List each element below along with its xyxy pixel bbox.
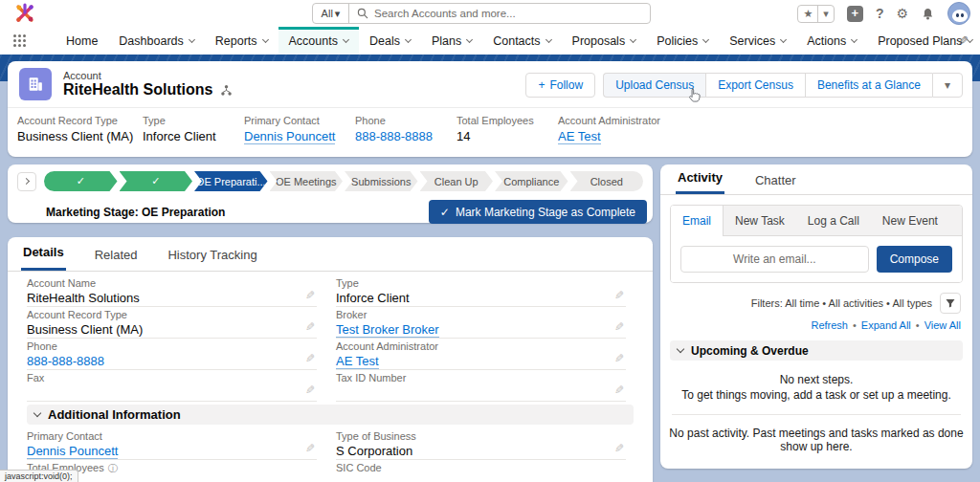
mark-stage-complete-button[interactable]: ✓ Mark Marketing Stage as Complete [429, 200, 647, 224]
nav-tab-home[interactable]: Home [56, 27, 108, 55]
tab-history-tracking[interactable]: History Tracking [166, 239, 258, 271]
help-icon[interactable]: ? [876, 6, 884, 21]
global-actions-icon[interactable]: + [847, 6, 863, 22]
field-value: Business Client (MA) [17, 129, 133, 143]
dropdown-arrow-icon: ▾ [945, 78, 950, 92]
search-scope-dropdown[interactable]: All ▾ [313, 4, 349, 23]
tab-activity[interactable]: Activity [676, 164, 724, 194]
user-avatar[interactable] [947, 2, 970, 25]
record-header-card: Account RiteHealth Solutions + Follow [8, 61, 972, 157]
stage-label: OE Preparati... [196, 176, 266, 187]
notifications-bell-icon[interactable] [921, 7, 935, 21]
primary-contact-link[interactable]: Dennis Pouncett [27, 444, 118, 459]
section-additional-information[interactable]: Additional Information [27, 405, 634, 425]
path-stage-complete-2[interactable]: ✓ [120, 171, 193, 191]
expand-all-link[interactable]: Expand All [861, 319, 911, 331]
tab-log-a-call[interactable]: Log a Call [796, 206, 871, 235]
nav-tab-contacts[interactable]: Contacts [482, 27, 561, 55]
phone-link[interactable]: 888-888-8888 [355, 129, 433, 143]
edit-pencil-icon[interactable]: ✎ [614, 442, 624, 455]
app-nav-bar: Agency Managem... Home Dashboards Report… [0, 27, 980, 55]
email-input[interactable] [680, 246, 869, 273]
favorites-dropdown-icon[interactable]: ▾ [818, 6, 834, 22]
field-account-administrator: Account Administrator AE Test ✎ [336, 339, 626, 370]
nav-tab-proposals[interactable]: Proposals [562, 27, 647, 55]
field-label: Account Record Type [27, 309, 317, 320]
edit-pencil-icon[interactable]: ✎ [305, 442, 315, 455]
chevron-down-icon [630, 35, 636, 42]
field-label: Phone [27, 340, 317, 352]
path-stage-submissions[interactable]: Submissions [345, 171, 418, 191]
edit-pencil-icon[interactable]: ✎ [614, 289, 624, 302]
edit-pencil-icon[interactable]: ✎ [305, 383, 315, 397]
setup-gear-icon[interactable]: ⚙ [896, 6, 908, 21]
account-administrator-link[interactable]: AE Test [558, 129, 601, 144]
section-title: Upcoming & Overdue [691, 344, 809, 358]
section-title: Additional Information [48, 407, 181, 422]
tab-related[interactable]: Related [93, 239, 140, 271]
separator-dot: • [853, 319, 857, 331]
nav-tab-policies[interactable]: Policies [646, 27, 719, 55]
nav-tab-label: Policies [657, 34, 698, 48]
filter-funnel-icon [945, 297, 956, 309]
compose-button[interactable]: Compose [877, 246, 952, 273]
path-stage-compliance[interactable]: Compliance [495, 171, 568, 191]
benefits-at-a-glance-button[interactable]: Benefits at a Glance [805, 73, 932, 98]
more-actions-dropdown-button[interactable]: ▾ [932, 73, 963, 98]
highlight-account-administrator: Account Administrator AE Test [558, 115, 670, 143]
upload-census-button[interactable]: Upload Census [603, 73, 705, 98]
phone-link[interactable]: 888-888-8888 [27, 354, 104, 368]
tab-new-task[interactable]: New Task [724, 206, 796, 235]
edit-pencil-icon[interactable]: ✎ [305, 289, 315, 302]
nav-tab-label: Services [729, 34, 775, 48]
nav-tab-actions[interactable]: Actions [796, 27, 867, 55]
section-upcoming-overdue[interactable]: Upcoming & Overdue [670, 340, 963, 361]
account-administrator-link[interactable]: AE Test [336, 354, 379, 369]
broker-link[interactable]: Test Broker Broker [336, 322, 439, 338]
path-stage-closed[interactable]: Closed [570, 171, 644, 191]
tab-chatter[interactable]: Chatter [753, 166, 798, 194]
path-expand-button[interactable] [17, 172, 36, 191]
path-stage-complete-1[interactable]: ✓ [44, 171, 118, 191]
field-value: Business Client (MA) [27, 322, 317, 337]
nav-tab-label: Reports [215, 34, 257, 48]
favorite-star-icon[interactable]: ★ [798, 6, 818, 22]
nav-tab-dashboards[interactable]: Dashboards [108, 27, 204, 55]
chevron-down-icon [546, 35, 552, 42]
tab-email[interactable]: Email [671, 206, 724, 236]
search-input[interactable] [374, 8, 642, 19]
edit-pencil-icon[interactable]: ✎ [614, 352, 624, 365]
path-stage-oe-meetings[interactable]: OE Meetings [270, 171, 344, 191]
tab-details[interactable]: Details [21, 236, 66, 271]
composer-tabs: Email New Task Log a Call New Event [671, 206, 962, 236]
chevron-down-icon [261, 35, 268, 42]
nav-tab-reports[interactable]: Reports [205, 27, 278, 55]
edit-pencil-icon[interactable]: ✎ [305, 320, 315, 334]
view-all-link[interactable]: View All [924, 319, 961, 331]
export-census-button[interactable]: Export Census [705, 73, 805, 98]
primary-contact-link[interactable]: Dennis Pouncett [244, 129, 335, 144]
activity-composer: Email New Task Log a Call New Event Comp… [670, 205, 963, 283]
info-icon[interactable]: ⓘ [108, 463, 118, 473]
view-hierarchy-icon[interactable] [220, 84, 233, 97]
edit-pencil-icon[interactable]: ✎ [305, 352, 315, 365]
path-stage-oe-preparation[interactable]: OE Preparati... [194, 171, 268, 191]
follow-button[interactable]: + Follow [525, 73, 595, 98]
edit-pencil-icon[interactable]: ✎ [614, 320, 624, 334]
field-phone: Phone 888-888-8888 ✎ [27, 339, 317, 370]
field-fax: Fax ✎ [27, 370, 317, 402]
app-launcher-icon[interactable] [13, 34, 26, 48]
nav-tab-services[interactable]: Services [719, 27, 796, 55]
nav-tab-accounts[interactable]: Accounts [278, 27, 359, 55]
nav-tab-deals[interactable]: Deals [359, 27, 421, 55]
edit-nav-pencil-icon[interactable]: ✎ [958, 33, 969, 48]
nav-tab-plans[interactable]: Plans [421, 27, 482, 55]
favorites-button-group[interactable]: ★ ▾ [797, 5, 834, 23]
filter-button[interactable] [940, 293, 961, 314]
details-tabs: Details Related History Tracking [8, 237, 653, 272]
refresh-link[interactable]: Refresh [811, 319, 848, 331]
tab-new-event[interactable]: New Event [871, 206, 949, 235]
field-label: Type of Business [336, 430, 626, 442]
path-stage-clean-up[interactable]: Clean Up [420, 171, 494, 191]
edit-pencil-icon[interactable]: ✎ [614, 383, 624, 397]
